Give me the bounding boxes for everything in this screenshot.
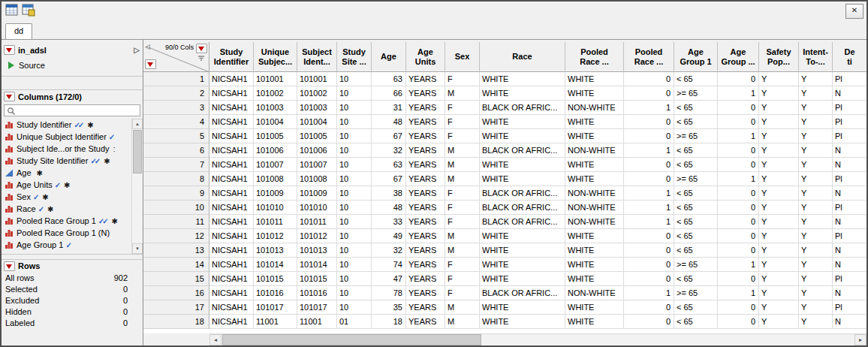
table-cell[interactable]: WHITE [480, 300, 565, 315]
table-cell[interactable]: BLACK OR AFRIC... [480, 143, 565, 158]
table-cell[interactable]: 31 [372, 101, 406, 115]
table-cell[interactable]: NICSAH1 [209, 172, 254, 186]
table-cell[interactable]: Y [759, 201, 799, 215]
table-cell[interactable]: < 65 [674, 101, 718, 115]
row-number[interactable]: 6 [143, 143, 209, 158]
table-cell[interactable]: WHITE [565, 272, 624, 286]
table-cell[interactable]: 63 [372, 72, 406, 86]
column-header[interactable]: Race [480, 42, 565, 72]
scroll-down-icon[interactable]: ▼ [132, 243, 143, 254]
table-cell[interactable]: WHITE [480, 315, 565, 329]
table-cell[interactable]: Y [799, 286, 833, 300]
table-cell[interactable]: 101011 [297, 215, 337, 229]
table-cell[interactable]: YEARS [406, 215, 445, 229]
table-cell[interactable]: 1 [624, 101, 674, 115]
table-cell[interactable]: Y [799, 143, 833, 158]
table-cell[interactable]: 101010 [254, 201, 297, 215]
table-cell[interactable]: 101006 [254, 143, 297, 158]
table-cell[interactable]: 10 [337, 258, 372, 272]
table-cell[interactable]: Y [759, 243, 799, 258]
table-cell[interactable]: 101010 [297, 201, 337, 215]
row-number[interactable]: 2 [143, 86, 209, 101]
table-cell[interactable]: NON-WHITE [565, 101, 624, 115]
row-number[interactable]: 4 [143, 115, 209, 129]
table-cell[interactable]: WHITE [480, 272, 565, 286]
table-cell[interactable]: 10 [337, 229, 372, 243]
table-cell[interactable]: < 65 [674, 300, 718, 315]
table-cell[interactable]: Pl [833, 229, 866, 243]
columns-red-triangle-menu-icon[interactable] [196, 44, 207, 53]
table-cell[interactable]: 1 [624, 286, 674, 300]
table-cell[interactable]: 10 [337, 201, 372, 215]
table-cell[interactable]: Y [799, 115, 833, 129]
table-cell[interactable]: NON-WHITE [565, 286, 624, 300]
table-cell[interactable]: Pl [833, 201, 866, 215]
table-cell[interactable]: WHITE [565, 315, 624, 329]
row-number[interactable]: 7 [143, 158, 209, 172]
rows-menu-red-triangle-icon[interactable] [4, 261, 15, 271]
table-cell[interactable]: WHITE [565, 115, 624, 129]
table-cell[interactable]: Y [799, 101, 833, 115]
table-cell[interactable]: NICSAH1 [209, 315, 254, 329]
table-cell[interactable]: WHITE [565, 300, 624, 315]
column-list-item[interactable]: Race✓✱ [2, 203, 131, 215]
table-cell[interactable]: 101006 [297, 143, 337, 158]
table-cell[interactable]: Y [759, 215, 799, 229]
table-cell[interactable]: WHITE [565, 258, 624, 272]
table-cell[interactable]: NON-WHITE [565, 143, 624, 158]
table-cell[interactable]: 10 [337, 286, 372, 300]
scroll-left-icon[interactable]: ◂ [209, 334, 222, 345]
table-cell[interactable]: WHITE [565, 72, 624, 86]
table-cell[interactable]: 0 [718, 201, 759, 215]
table-cell[interactable]: 0 [718, 243, 759, 258]
table-cell[interactable]: Y [759, 143, 799, 158]
table-cell[interactable]: YEARS [406, 186, 445, 201]
table-cell[interactable]: Y [759, 272, 799, 286]
table-cell[interactable]: N [833, 143, 866, 158]
table-cell[interactable]: 101008 [254, 172, 297, 186]
table-cell[interactable]: >= 65 [674, 86, 718, 101]
close-button[interactable]: ✕ [845, 4, 863, 19]
table-cell[interactable]: 33 [372, 215, 406, 229]
table-cell[interactable]: < 65 [674, 243, 718, 258]
table-cell[interactable]: YEARS [406, 315, 445, 329]
table-cell[interactable]: Y [759, 158, 799, 172]
table-cell[interactable]: 101015 [254, 272, 297, 286]
table-cell[interactable]: WHITE [480, 243, 565, 258]
table-cell[interactable]: 0 [624, 300, 674, 315]
table-cell[interactable]: 0 [718, 215, 759, 229]
table-cell[interactable]: NICSAH1 [209, 143, 254, 158]
table-cell[interactable]: < 65 [674, 315, 718, 329]
table-cell[interactable]: 10 [337, 243, 372, 258]
row-number[interactable]: 5 [143, 129, 209, 143]
table-cell[interactable]: 1 [624, 201, 674, 215]
table-cell[interactable]: Y [799, 72, 833, 86]
table-cell[interactable]: BLACK OR AFRIC... [480, 215, 565, 229]
table-cell[interactable]: 0 [718, 300, 759, 315]
table-cell[interactable]: 0 [624, 129, 674, 143]
column-header[interactable]: StudySite ... [337, 42, 372, 72]
table-cell[interactable]: Y [759, 229, 799, 243]
table-cell[interactable]: 10 [337, 115, 372, 129]
table-cell[interactable]: 18 [372, 315, 406, 329]
table-cell[interactable]: 35 [372, 300, 406, 315]
table-cell[interactable]: Y [799, 315, 833, 329]
table-cell[interactable]: 1 [624, 215, 674, 229]
table-cell[interactable]: 74 [372, 258, 406, 272]
table-cell[interactable]: Pl [833, 172, 866, 186]
table-cell[interactable]: Pl [833, 115, 866, 129]
table-cell[interactable]: N [833, 315, 866, 329]
table-cell[interactable]: 101001 [297, 72, 337, 86]
table-cell[interactable]: 101014 [254, 258, 297, 272]
table-cell[interactable]: YEARS [406, 229, 445, 243]
table-cell[interactable]: 101009 [297, 186, 337, 201]
table-cell[interactable]: 11001 [297, 315, 337, 329]
table-cell[interactable]: Y [759, 72, 799, 86]
table-cell[interactable]: 101003 [297, 101, 337, 115]
columns-list-scrollbar[interactable]: ▲ ▼ [131, 119, 143, 254]
table-cell[interactable]: < 65 [674, 229, 718, 243]
column-header[interactable]: StudyIdentifier [209, 42, 254, 72]
column-header[interactable]: Age [372, 42, 406, 72]
table-cell[interactable]: Y [759, 86, 799, 101]
table-cell[interactable]: 0 [718, 272, 759, 286]
